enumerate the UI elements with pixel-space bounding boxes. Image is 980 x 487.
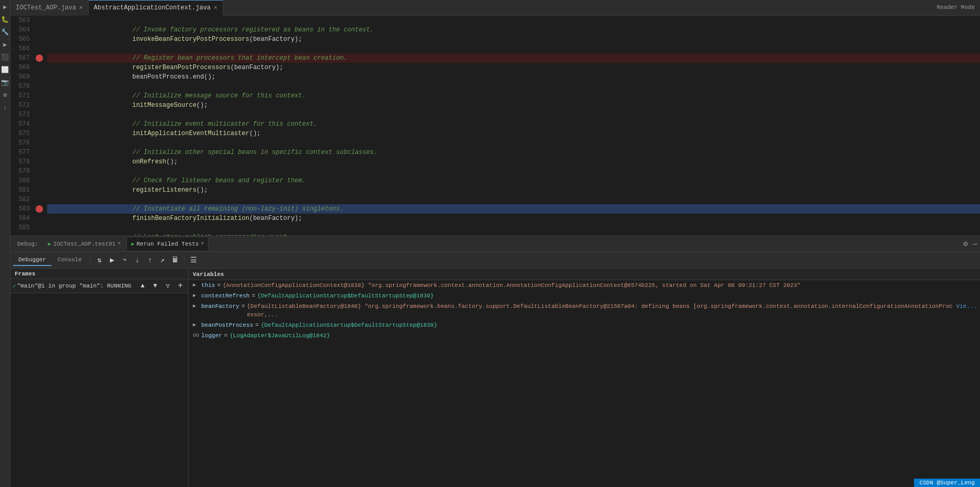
toolbar-btn-settings2[interactable]: ☰ (188, 254, 199, 266)
debug-tab-ioctest-close[interactable]: × (117, 241, 121, 247)
frames-header-title: Frames (15, 271, 36, 277)
ln-567: 567 (10, 53, 30, 63)
var-name-this: this (201, 281, 215, 290)
sidebar-icon-play[interactable]: ▶ (1, 3, 9, 11)
code-area: 563 564 565 566 567 568 569 570 571 572 … (10, 16, 980, 236)
breakpoint-583[interactable] (36, 205, 43, 213)
code-line-579: // Check for listener beans and register… (47, 167, 980, 176)
var-row-this[interactable]: ▶ this = {AnnotationConfigApplicationCon… (189, 280, 980, 291)
sidebar-icon-down[interactable]: ↓ (1, 103, 9, 112)
ln-571: 571 (10, 91, 30, 101)
thread-down-btn[interactable]: ▼ (149, 280, 161, 292)
var-row-contextrefresh[interactable]: ▶ contextRefresh = {DefaultApplicationSt… (189, 291, 980, 301)
var-name-beanfactory: beanFactory (201, 302, 239, 311)
ln-575: 575 (10, 129, 30, 138)
line-numbers: 563 564 565 566 567 568 569 570 571 572 … (10, 16, 34, 236)
code-line-566: // Register bean processors that interce… (47, 44, 980, 53)
ln-583: 583 (10, 204, 30, 214)
ln-584: 584 (10, 214, 30, 223)
ln-576: 576 (10, 138, 30, 148)
toolbar-btn-step-over[interactable]: ↷ (119, 254, 130, 266)
var-row-beanfactory[interactable]: ▶ beanFactory = {DefaultListableBeanFact… (189, 301, 980, 320)
ln-563: 563 (10, 16, 30, 25)
toolbar-btn-step-into[interactable]: ↓ (132, 254, 143, 266)
code-line-582: // Instantiate all remaining (non-lazy-i… (47, 195, 980, 204)
editor-area: IOCTest_AOP.java × AbstractApplicationCo… (10, 0, 980, 236)
frames-panel: Frames ✓ "main"@1 in group "main": RUNNI… (10, 269, 189, 487)
ln-572: 572 (10, 101, 30, 110)
ln-568: 568 (10, 63, 30, 72)
sidebar-icon-run[interactable]: ▶ (1, 40, 9, 49)
var-expand-this[interactable]: ▶ (193, 281, 200, 290)
sidebar-icon-camera[interactable]: 📷 (1, 78, 9, 86)
ln-564: 564 (10, 25, 30, 35)
code-line-578 (47, 157, 980, 167)
debug-tab-rerun-close[interactable]: × (201, 241, 204, 247)
reader-mode-label: Reader Mode (937, 4, 975, 10)
debug-tab-ioctest[interactable]: ▶ IOCTest_AOP.test01 × (43, 237, 126, 251)
tab-abstract-close[interactable]: × (214, 5, 217, 11)
var-value-this: {AnnotationConfigApplicationContext@1838… (223, 281, 800, 290)
var-value-beanpostprocess: {DefaultApplicationStartup$DefaultStartu… (261, 321, 438, 329)
toolbar-btn-evaluate[interactable]: 🖩 (169, 254, 181, 266)
variables-list: ▶ this = {AnnotationConfigApplicationCon… (189, 280, 980, 487)
frames-panel-header: Frames (10, 269, 188, 279)
sidebar-icon-debug[interactable]: 🐛 (1, 15, 9, 24)
toolbar-sep-2 (184, 256, 184, 264)
code-content: // Invoke factory processors registered … (45, 16, 980, 236)
debug-tab-rerun[interactable]: ▶ Rerun Failed Tests × (126, 237, 209, 251)
tab-ioctest[interactable]: IOCTest_AOP.java × (10, 0, 89, 16)
status-bar: CSDN @Super_Leng (914, 479, 980, 487)
thread-name-label: "main"@1 in group "main": RUNNING (17, 283, 132, 289)
var-expand-beanfactory[interactable]: ▶ (193, 302, 200, 311)
var-value-logger: {LogAdapter$JavaUtilLog@1842} (230, 331, 330, 340)
ln-579: 579 (10, 167, 30, 176)
debugger-tab[interactable]: Debugger (13, 254, 51, 266)
var-row-beanpostprocess[interactable]: ▶ beanPostProcess = {DefaultApplicationS… (189, 320, 980, 330)
breakpoint-567[interactable] (36, 54, 43, 62)
tab-abstract[interactable]: AbstractApplicationContext.java × (89, 0, 223, 16)
frames-toolbar: ✓ "main"@1 in group "main": RUNNING ▲ ▼ … (10, 279, 188, 293)
ln-566: 566 (10, 44, 30, 53)
ln-581: 581 (10, 185, 30, 195)
thread-up-btn[interactable]: ▲ (137, 280, 148, 292)
debug-tab-ioctest-label: IOCTest_AOP.test01 (53, 241, 116, 247)
ln-565: 565 (10, 35, 30, 44)
toolbar-btn-resume[interactable]: ▶ (106, 254, 118, 266)
console-tab[interactable]: Console (52, 254, 87, 266)
sidebar-icon-pause[interactable]: ⬜ (1, 65, 9, 74)
var-view-more-link[interactable]: Vie... (956, 302, 977, 311)
toolbar-btn-reorder[interactable]: ⇅ (94, 254, 105, 266)
var-expand-contextrefresh[interactable]: ▶ (193, 292, 200, 300)
var-row-logger[interactable]: oo logger = {LogAdapter$JavaUtilLog@1842… (189, 330, 980, 341)
debug-content: Frames ✓ "main"@1 in group "main": RUNNI… (10, 269, 980, 487)
debug-minimize-icon[interactable]: — (973, 240, 977, 248)
debug-gear-icon[interactable]: ⚙ (963, 239, 967, 248)
sidebar-icon-tools[interactable]: 🔧 (1, 28, 9, 36)
ln-574: 574 (10, 119, 30, 129)
toolbar-btn-run-cursor[interactable]: ↗ (157, 254, 168, 266)
ln-578: 578 (10, 157, 30, 167)
debug-toolbar: Debugger Console ⇅ ▶ ↷ ↓ ↑ ↗ 🖩 ☰ (10, 252, 980, 269)
thread-filter-btn[interactable]: ▽ (162, 280, 173, 292)
debug-label: Debug: (13, 241, 42, 247)
code-line-573: // Initialize event multicaster for this… (47, 110, 980, 119)
tab-abstract-label: AbstractApplicationContext.java (94, 4, 211, 12)
variables-header-title: Variables (193, 271, 224, 278)
main-content: IOCTest_AOP.java × AbstractApplicationCo… (10, 0, 980, 487)
frames-scrollbar[interactable] (10, 293, 15, 487)
variables-panel: Variables ▶ this = {AnnotationConfigAppl… (189, 269, 980, 487)
tab-ioctest-close[interactable]: × (79, 5, 83, 11)
thread-add-btn[interactable]: + (175, 280, 186, 292)
var-name-beanpostprocess: beanPostProcess (201, 321, 253, 329)
tab-ioctest-label: IOCTest_AOP.java (16, 4, 76, 12)
sidebar-icon-stop[interactable]: ⬛ (1, 53, 9, 61)
var-expand-beanpostprocess[interactable]: ▶ (193, 321, 200, 329)
thread-status-badge: ✓ (13, 283, 16, 290)
code-line-585: // Last step: publish corresponding even… (47, 223, 980, 233)
var-name-contextrefresh: contextRefresh (201, 292, 249, 300)
var-expand-logger[interactable]: oo (193, 331, 200, 340)
toolbar-btn-step-out[interactable]: ↑ (144, 254, 156, 266)
sidebar-icon-settings[interactable]: ⚙ (1, 91, 9, 99)
var-name-logger: logger (201, 331, 222, 340)
